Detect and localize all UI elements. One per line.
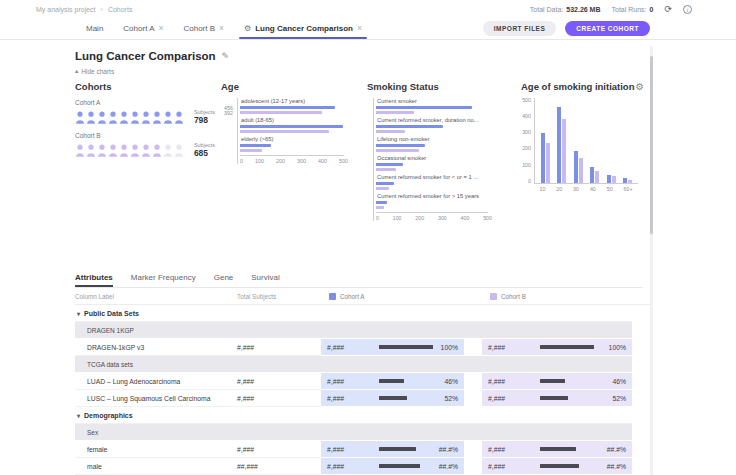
tab-cohort-a[interactable]: Cohort A× <box>113 17 173 39</box>
table-section-row[interactable]: ▾Public Data Sets <box>75 305 632 322</box>
cohort-b-cell: #,###52% <box>482 390 632 407</box>
close-icon[interactable]: × <box>158 23 163 33</box>
bar-cohort-a <box>574 151 578 183</box>
bar-row <box>376 206 517 210</box>
tick-label: 10 <box>539 186 545 192</box>
bar-cohort-b <box>376 111 414 115</box>
tab-cohort-b[interactable]: Cohort B× <box>173 17 234 39</box>
cell-percent: ##.#% <box>439 463 458 470</box>
category-label: Occasional smoker <box>377 155 517 161</box>
legend-cohort-a-label: Cohort A <box>340 293 365 300</box>
tab-gene[interactable]: Gene <box>214 273 234 287</box>
bar-cohort-b <box>240 111 322 115</box>
person-icon <box>174 111 184 124</box>
main-content: Lung Cancer Comparison ✎ ▴ Hide charts C… <box>75 41 650 475</box>
cell-bar <box>379 345 433 349</box>
cell-percent: 100% <box>609 344 626 351</box>
create-cohort-button[interactable]: CREATE COHORT <box>565 21 650 36</box>
cohort-a-cell: #,###100% <box>321 339 464 356</box>
cell-percent: 52% <box>612 395 626 402</box>
x-axis-line <box>240 155 344 156</box>
column-header-label: Column Label <box>75 293 237 300</box>
legend-cohort-a: Cohort A <box>321 293 464 300</box>
tab-lung-cancer-comparison[interactable]: ⚙Lung Cancer Comparison× <box>234 17 372 39</box>
bar-cohort-a <box>607 175 611 183</box>
close-icon[interactable]: × <box>219 23 224 33</box>
cohort-group: Cohort BSubjects685 <box>75 132 215 158</box>
chart-settings-gear-icon[interactable]: ⚙ <box>635 81 644 92</box>
tick-label: 20 <box>556 186 562 192</box>
tab-survival[interactable]: Survival <box>251 273 279 287</box>
vertical-scrollbar[interactable] <box>650 46 653 475</box>
bar-row: 392 <box>240 111 363 115</box>
hide-charts-toggle[interactable]: ▴ Hide charts <box>75 67 650 75</box>
edit-pencil-icon[interactable]: ✎ <box>222 51 230 61</box>
import-files-button[interactable]: IMPORT FILES <box>483 21 557 36</box>
tab-attributes[interactable]: Attributes <box>75 273 113 287</box>
cohort-person-icons <box>75 144 184 157</box>
bar-row: 456 <box>240 106 363 110</box>
cell-bar-track <box>540 396 598 400</box>
table-row[interactable]: male##,####,#####.#%#,#####.#% <box>75 458 650 475</box>
scrollbar-thumb[interactable] <box>650 56 653 234</box>
bar-cohort-a <box>541 133 545 183</box>
bar-cohort-a <box>240 144 271 148</box>
cell-value: #,### <box>488 463 540 470</box>
close-icon[interactable]: × <box>357 23 362 33</box>
table-row[interactable]: DRAGEN-1kGP v3#,####,###100%#,###100% <box>75 339 650 356</box>
person-icon <box>174 144 184 157</box>
cell-percent: 46% <box>612 378 626 385</box>
cell-bar <box>540 345 594 349</box>
smoking-initiation-chart-title: Age of smoking initiation <box>521 81 648 92</box>
bar-group <box>557 107 566 183</box>
subsection-label: TCGA data sets <box>87 361 133 368</box>
table-row[interactable]: female#,####,#####.#%#,#####.#% <box>75 441 650 458</box>
cell-bar <box>540 447 576 451</box>
tick-label: 30 <box>573 186 579 192</box>
breadcrumb-separator-icon: › <box>101 6 103 13</box>
smoking-status-chart-panel: Smoking Status Current smokerCurrent ref… <box>365 81 517 257</box>
cohorts-panel-title: Cohorts <box>75 81 215 92</box>
bar-row <box>240 125 363 129</box>
cell-percent: 52% <box>444 395 458 402</box>
person-icon <box>152 144 162 157</box>
row-label: LUAD – Lung Adenocarcinoma <box>75 373 237 390</box>
person-icon <box>86 111 96 124</box>
breadcrumb-project[interactable]: My analysis project <box>36 6 96 13</box>
refresh-icon[interactable]: ⟳ <box>664 5 672 14</box>
app-window: My analysis project › Cohorts Total Data… <box>0 0 736 475</box>
bar-group <box>590 167 599 183</box>
bar-row <box>376 182 517 186</box>
cohort-b-swatch-icon <box>490 293 497 300</box>
subjects-value: 685 <box>194 148 215 158</box>
bar-cohort-b <box>562 119 566 183</box>
tick-label: 50 <box>607 186 613 192</box>
column-header-total: Total Subjects <box>237 293 321 300</box>
person-icon <box>152 111 162 124</box>
person-icon <box>75 144 85 157</box>
subsection-label: Sex <box>87 429 98 436</box>
person-icon <box>141 111 151 124</box>
tick-label: 400 <box>461 215 470 221</box>
tab-marker-frequency[interactable]: Marker Frequency <box>131 273 196 287</box>
breadcrumb-cohorts[interactable]: Cohorts <box>108 6 133 13</box>
tick-label: 300 <box>297 158 306 164</box>
bar-cohort-a <box>376 106 472 110</box>
info-icon[interactable]: i <box>683 5 692 14</box>
bar-cohort-b <box>376 206 384 210</box>
table-row[interactable]: LUAD – Lung Adenocarcinoma#,####,###46%#… <box>75 373 650 390</box>
bar-group <box>623 178 632 183</box>
tick-label: 200 <box>521 146 531 151</box>
tick-label: 400 <box>318 158 327 164</box>
person-icon <box>163 144 173 157</box>
tab-main[interactable]: Main <box>76 17 113 39</box>
table-section-row[interactable]: ▾Demographics <box>75 407 632 424</box>
cohort-a-cell: #,#####.#% <box>321 458 464 475</box>
tab-label: Cohort A <box>123 24 154 33</box>
person-icon <box>108 111 118 124</box>
hbar-plot: adolescent (12-17 years)456392adult (18-… <box>237 98 363 164</box>
bar-cohort-b <box>376 130 405 134</box>
category-label: Current reformed smoker for > 15 years <box>377 193 517 199</box>
tabs: MainCohort A×Cohort B×⚙Lung Cancer Compa… <box>76 17 372 39</box>
table-row[interactable]: LUSC – Lung Squamous Cell Carcinoma#,###… <box>75 390 650 407</box>
